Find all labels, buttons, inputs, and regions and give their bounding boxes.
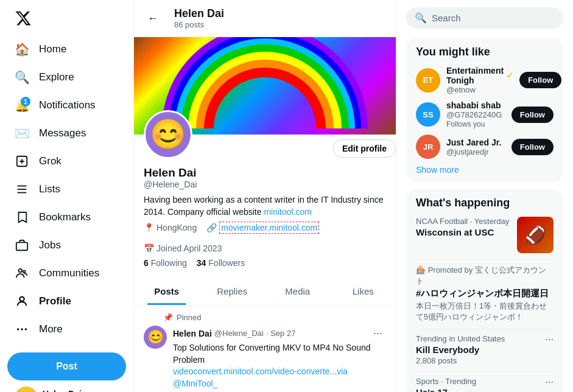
you-might-like-section: You might like ET Entertainment Tonigh ✓… [406, 38, 563, 182]
bio-link[interactable]: minitool.com [264, 207, 312, 217]
post-button[interactable]: Post [7, 352, 126, 380]
lists-icon [15, 182, 29, 197]
sidebar-item-label: Grok [39, 155, 62, 167]
profile-header-info: Helen Dai 86 posts [174, 7, 224, 29]
profile-name: Helen Dai [144, 166, 386, 180]
you-might-like-title: You might like [416, 46, 554, 58]
sidebar-item-more[interactable]: More ← [7, 316, 126, 343]
happening-item-kill: Trending in United States Kill Everybody… [416, 334, 554, 365]
sidebar-item-jobs[interactable]: Jobs [7, 232, 126, 259]
sidebar-item-label: Jobs [39, 239, 61, 251]
tab-likes[interactable]: Likes [331, 278, 396, 305]
post-avatar: 😊 [144, 326, 167, 349]
joined-item: 📅 Joined April 2023 [144, 243, 222, 253]
avatar-emoji: 😊 [150, 117, 186, 152]
profile-header: ← Helen Dai 86 posts [134, 0, 396, 37]
post-item: 📌 Pinned 😊 Helen Dai @Helene_Dai · Sep 2… [134, 306, 396, 392]
sidebar-item-label: More [39, 323, 63, 335]
happening-item-wisconsin: NCAA Football · Yesterday Wisconsin at U… [416, 217, 554, 253]
follow-button-shababi[interactable]: Follow [511, 107, 554, 123]
sidebar-item-messages[interactable]: ✉️ Messages [7, 120, 126, 147]
tab-posts[interactable]: Posts [134, 278, 200, 305]
sidebar-item-label: Home [39, 43, 66, 55]
nav-menu: 🏠 Home 🔍 Explore 🔔 1 Notifications ✉️ Me… [7, 36, 126, 343]
followers-link[interactable]: 34 Followers [197, 258, 245, 268]
communities-icon [15, 266, 29, 281]
pinned-label: 📌 Pinned [144, 313, 386, 322]
follows-you-badge: Follows you [446, 120, 485, 128]
svg-point-9 [21, 329, 23, 330]
svg-point-7 [19, 297, 24, 301]
sidebar-item-notifications[interactable]: 🔔 1 Notifications [7, 92, 126, 119]
profile-stats: 6 Following 34 Followers [144, 258, 386, 268]
pin-icon: 📌 [163, 313, 173, 322]
post-user-row: Helen Dai @Helene_Dai · Sep 27 ··· [173, 326, 386, 341]
svg-point-6 [23, 270, 26, 273]
post-link[interactable]: videoconvert.minitool.com/video-converte… [173, 366, 348, 388]
suggest-info-jared: Just Jared Jr. @justjaredjr [446, 138, 505, 156]
post-row: 😊 Helen Dai @Helene_Dai · Sep 27 ··· Top… [144, 326, 386, 392]
edit-profile-button[interactable]: Edit profile [333, 139, 396, 158]
x-logo[interactable] [7, 5, 126, 33]
website-link[interactable]: moviemaker.minitool.com [219, 222, 319, 234]
tab-media[interactable]: Media [265, 278, 331, 305]
whats-happening-title: What's happening [416, 197, 554, 209]
website-item: 🔗 moviemaker.minitool.com [206, 222, 319, 234]
mail-icon: ✉️ [15, 126, 29, 141]
suggest-item-shababi: SS shababi shab @G78262240G Follows you … [416, 100, 554, 128]
verified-badge: ✓ [506, 71, 513, 80]
profile-icon [15, 294, 29, 309]
profile-meta: 📍 HongKong 🔗 moviemaker.minitool.com 📅 J… [144, 222, 386, 253]
search-bar: 🔍 [406, 7, 563, 29]
grok-icon [15, 154, 29, 169]
show-more-accounts[interactable]: Show more [416, 165, 554, 175]
sidebar-item-lists[interactable]: Lists [7, 176, 126, 203]
promoted-icon: 🎰 [416, 265, 426, 275]
suggest-info-shababi: shababi shab @G78262240G Follows you [446, 100, 505, 128]
sidebar-item-label: Bookmarks [39, 211, 91, 223]
sidebar-item-bookmarks[interactable]: Bookmarks [7, 204, 126, 231]
suggest-info-entertainment: Entertainment Tonigh ✓ @etnow [446, 66, 513, 94]
search-input[interactable] [432, 13, 555, 23]
follow-button-entertainment[interactable]: Follow [519, 72, 561, 88]
happening-image-wisconsin: 🏈 [517, 217, 554, 253]
svg-rect-4 [16, 242, 27, 250]
sidebar-user-info: Helen Dai @Helene_Dai [43, 389, 105, 393]
sidebar-item-profile[interactable]: Profile [7, 288, 126, 315]
follow-button-jared[interactable]: Follow [511, 139, 554, 155]
sidebar-item-grok[interactable]: Grok [7, 148, 126, 175]
happening-info-wisconsin: NCAA Football · Yesterday Wisconsin at U… [416, 217, 511, 239]
trending-more-button-hes17[interactable]: ··· [546, 377, 554, 388]
right-sidebar: 🔍 You might like ET Entertainment Tonigh… [396, 0, 573, 392]
sidebar-item-explore[interactable]: 🔍 Explore [7, 64, 126, 91]
profile-area: 😊 Edit profile Helen Dai @Helene_Dai Hav… [134, 135, 396, 278]
post-more-button[interactable]: ··· [370, 326, 386, 341]
profile-header-name: Helen Dai [174, 7, 224, 20]
following-link[interactable]: 6 Following [144, 258, 187, 268]
suggest-item-entertainment: ET Entertainment Tonigh ✓ @etnow Follow [416, 66, 554, 94]
sidebar-item-label: Messages [39, 127, 86, 139]
suggest-handle-entertainment: @etnow [446, 85, 513, 94]
home-icon: 🏠 [15, 42, 29, 57]
suggest-avatar-entertainment: ET [416, 68, 440, 93]
sidebar-item-home[interactable]: 🏠 Home [7, 36, 126, 63]
sidebar-item-label: Explore [39, 71, 74, 83]
svg-point-8 [18, 329, 19, 330]
sidebar-item-label: Lists [39, 183, 60, 195]
profile-handle: @Helene_Dai [144, 180, 386, 189]
back-button[interactable]: ← [144, 9, 162, 29]
post-text: Top Solutions for Converting MKV to MP4 … [173, 342, 386, 390]
sidebar-item-communities[interactable]: Communities [7, 260, 126, 287]
back-icon: ← [147, 12, 158, 25]
search-icon: 🔍 [415, 12, 427, 24]
trending-more-button-kill[interactable]: ··· [546, 334, 554, 345]
calendar-icon: 📅 [144, 243, 154, 253]
sidebar-user-name: Helen Dai [43, 389, 105, 393]
user-account-menu[interactable]: 😊 Helen Dai @Helene_Dai ··· [7, 380, 126, 392]
bell-icon: 🔔 1 [15, 98, 29, 113]
suggest-handle-jared: @justjaredjr [446, 147, 505, 156]
profile-avatar: 😊 [144, 110, 192, 159]
tab-replies[interactable]: Replies [200, 278, 265, 305]
sidebar-item-label: Profile [39, 295, 71, 307]
sidebar-item-label: Notifications [39, 99, 96, 111]
